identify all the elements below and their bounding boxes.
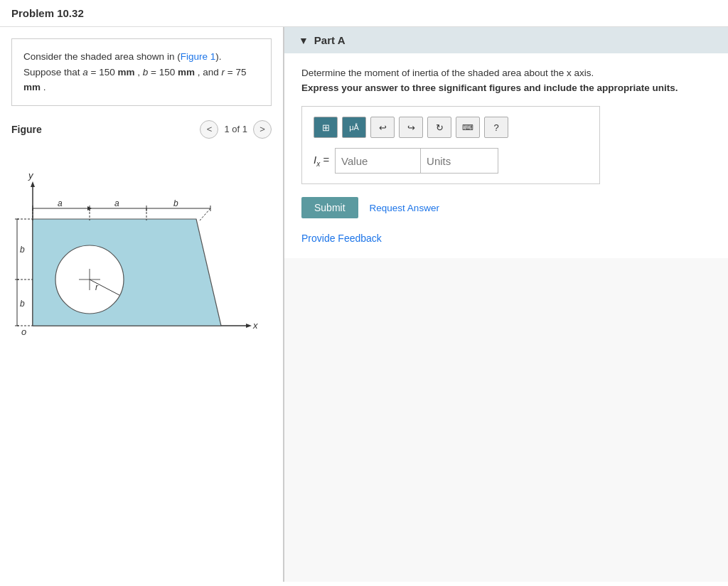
input-row: Ix = [314, 148, 588, 174]
svg-text:y: y [28, 170, 34, 181]
keyboard-icon: ⌨ [462, 123, 473, 132]
units-input[interactable] [420, 148, 498, 174]
value-input[interactable] [335, 148, 420, 174]
matrix-button[interactable]: ⊞ [314, 117, 338, 138]
figure-page-indicator: 1 of 1 [224, 124, 247, 134]
input-label: Ix = [314, 154, 329, 168]
svg-line-24 [200, 208, 210, 220]
figure-link[interactable]: Figure 1 [181, 51, 216, 62]
part-a-label: Part A [314, 34, 346, 46]
redo-button[interactable]: ↪ [399, 117, 423, 138]
figure-prev-button[interactable]: < [200, 120, 218, 139]
svg-text:b: b [20, 299, 25, 309]
math-toolbar: ⊞ μÅ ↩ ↪ ↻ ⌨ [314, 117, 588, 138]
request-answer-link[interactable]: Request Answer [370, 203, 439, 213]
part-a-header[interactable]: ▼ Part A [284, 27, 728, 53]
figure-next-button[interactable]: > [253, 120, 272, 139]
svg-text:b: b [173, 198, 178, 208]
action-row: Submit Request Answer [301, 197, 711, 218]
part-a-chevron: ▼ [299, 35, 309, 46]
svg-text:x: x [252, 320, 258, 331]
svg-text:a: a [58, 198, 63, 208]
part-a-content: Determine the moment of inertia of the s… [284, 53, 728, 258]
figure-label: Figure [11, 124, 42, 135]
provide-feedback-link[interactable]: Provide Feedback [301, 233, 711, 244]
mu-button[interactable]: μÅ [342, 117, 366, 138]
svg-text:a: a [114, 198, 119, 208]
question-line1: Determine the moment of inertia of the s… [301, 68, 711, 78]
answer-input-box: ⊞ μÅ ↩ ↪ ↻ ⌨ [301, 106, 600, 184]
refresh-icon: ↻ [436, 122, 444, 133]
keyboard-button[interactable]: ⌨ [456, 117, 480, 138]
problem-statement: Consider the shaded area shown in (Figur… [11, 38, 272, 106]
problem-title: Problem 10.32 [11, 7, 84, 19]
help-icon: ? [493, 122, 498, 133]
svg-marker-1 [246, 324, 252, 328]
help-button[interactable]: ? [484, 117, 508, 138]
svg-marker-4 [31, 181, 35, 187]
matrix-icon: ⊞ [322, 122, 330, 133]
undo-button[interactable]: ↩ [370, 117, 395, 138]
undo-icon: ↩ [379, 122, 387, 133]
svg-text:o: o [21, 326, 26, 337]
redo-icon: ↪ [407, 122, 415, 133]
figure-navigation: < 1 of 1 > [200, 120, 272, 139]
question-line2: Express your answer to three significant… [301, 82, 711, 93]
submit-button[interactable]: Submit [301, 197, 358, 218]
refresh-button[interactable]: ↻ [427, 117, 451, 138]
mu-icon: μÅ [349, 123, 359, 132]
figure-diagram: x y o [11, 144, 267, 351]
svg-text:b: b [20, 245, 25, 255]
